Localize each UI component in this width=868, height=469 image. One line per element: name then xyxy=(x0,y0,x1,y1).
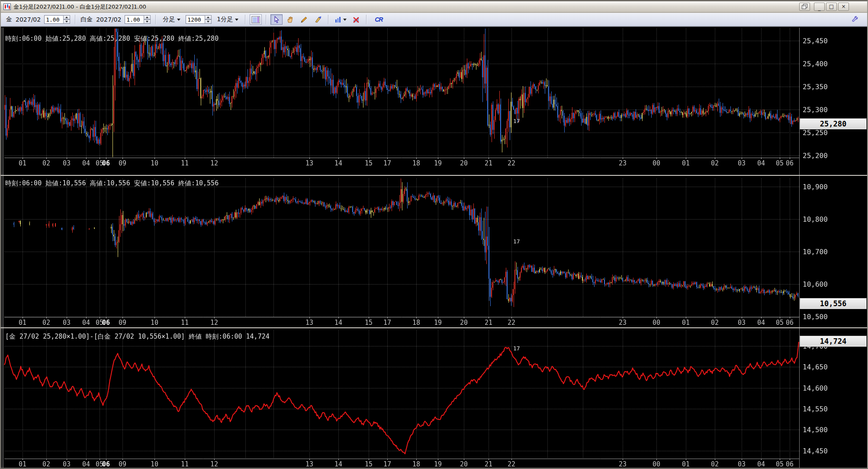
x-axis-label: 23 xyxy=(619,460,627,468)
platinum-plot-canvas[interactable] xyxy=(1,176,867,327)
y-axis-label: 10,800 xyxy=(803,215,828,223)
indicator-chart-button[interactable] xyxy=(333,14,348,25)
y-axis-label: 14,500 xyxy=(803,426,828,434)
x-axis-label: 06 xyxy=(786,460,794,468)
x-axis-label: 02 xyxy=(42,159,50,167)
toolbar-separator xyxy=(328,15,329,24)
x-axis-label: 06 xyxy=(102,159,110,167)
x-axis-label: 03 xyxy=(63,159,71,167)
cr-reset-button[interactable]: CR xyxy=(371,14,386,25)
close-button[interactable]: × xyxy=(838,3,849,11)
toolbar-separator xyxy=(245,15,246,24)
spread-plot-canvas[interactable] xyxy=(1,328,867,469)
platinum-ratio-spinner xyxy=(125,15,151,24)
interval-dropdown[interactable]: 1分足 xyxy=(215,15,240,24)
x-axis-label: 10 xyxy=(151,159,158,167)
x-axis-label: 04 xyxy=(82,159,90,167)
x-axis-label: 04 xyxy=(82,319,90,327)
minimize-button[interactable]: _ xyxy=(814,3,825,11)
gold-ratio-up-button[interactable] xyxy=(63,15,70,19)
pan-hand-tool-button[interactable] xyxy=(284,14,296,25)
x-axis-label: 09 xyxy=(119,159,126,167)
toolbar-separator xyxy=(75,15,76,24)
x-axis-label: 20 xyxy=(460,460,468,468)
bar-count-up-button[interactable] xyxy=(205,15,212,19)
settings-wrench-button[interactable] xyxy=(849,14,861,25)
chart-panel-platinum: 時刻:06:00 始値:10,556 高値:10,556 安値:10,556 終… xyxy=(1,176,867,327)
restore-panels-button[interactable] xyxy=(799,3,810,11)
bar-count-spinner xyxy=(186,15,212,24)
platinum-ratio-up-button[interactable] xyxy=(144,15,151,19)
x-axis-label: 01 xyxy=(19,319,26,327)
x-axis-label: 18 xyxy=(412,460,420,468)
x-axis-label: 22 xyxy=(508,460,515,468)
app-window: 金1分足[2027/02]1.00 - 白金1分足[2027/02]1.00 _… xyxy=(0,0,868,469)
x-axis-label: 20 xyxy=(460,159,468,167)
price-axis-settings-button[interactable] xyxy=(250,14,262,25)
gold-plot-canvas[interactable] xyxy=(1,28,867,175)
x-axis-label: 02 xyxy=(711,319,719,327)
y-axis-label: 14,550 xyxy=(803,405,828,413)
x-axis-label: 17 xyxy=(383,319,391,327)
x-axis-label: 21 xyxy=(485,460,492,468)
chart-area: 時刻:06:00 始値:25,280 高値:25,280 安値:25,280 終… xyxy=(1,26,867,468)
date-marker: 17 xyxy=(513,345,520,352)
price-axis-icon xyxy=(251,16,260,23)
down-arrow-icon xyxy=(207,21,209,23)
pencil-icon xyxy=(300,16,308,23)
draw-pen-tool-button[interactable] xyxy=(312,14,324,25)
x-axis-label: 22 xyxy=(508,319,515,327)
x-axis-label: 06 xyxy=(102,319,110,327)
x-axis-label: 21 xyxy=(485,159,492,167)
x-axis-label: 02 xyxy=(711,460,719,468)
x-axis-label: 01 xyxy=(682,319,690,327)
y-axis-label: 25,200 xyxy=(803,152,828,160)
remove-indicator-button[interactable] xyxy=(350,14,362,25)
x-axis-label: 11 xyxy=(181,319,189,327)
gold-ratio-down-button[interactable] xyxy=(63,19,70,24)
chart-panel-gold: 時刻:06:00 始値:25,280 高値:25,280 安値:25,280 終… xyxy=(1,28,867,175)
x-axis-label: 15 xyxy=(365,460,373,468)
toolbar: 金 2027/02 白金 2027/02 分足 xyxy=(1,13,867,26)
x-axis-label: 09 xyxy=(119,460,126,468)
chart-settings-area xyxy=(848,14,862,25)
platinum-ratio-down-button[interactable] xyxy=(144,19,151,24)
bar-count-down-button[interactable] xyxy=(205,19,212,24)
bar-type-dropdown[interactable]: 分足 xyxy=(161,15,182,24)
x-axis-label: 19 xyxy=(434,460,442,468)
cursor-tool-button[interactable] xyxy=(270,14,283,25)
platinum-label: 白金 xyxy=(80,16,93,23)
x-axis-label: 15 xyxy=(365,319,373,327)
bar-count-input[interactable] xyxy=(186,15,205,24)
toolbar-separator xyxy=(155,15,156,24)
panel-splitter[interactable] xyxy=(1,175,867,176)
x-axis-label: 10 xyxy=(151,460,158,468)
x-axis-label: 01 xyxy=(682,159,690,167)
x-axis-label: 06 xyxy=(786,159,794,167)
x-axis-label: 17 xyxy=(383,159,391,167)
gold-ratio-input[interactable] xyxy=(44,15,63,24)
panel-splitter[interactable] xyxy=(1,327,867,328)
cursor-icon xyxy=(273,16,280,23)
x-axis-label: 05 xyxy=(776,460,784,468)
y-axis-label: 14,650 xyxy=(803,363,828,371)
chevron-down-icon xyxy=(343,19,347,21)
gold-info-text: 時刻:06:00 始値:25,280 高値:25,280 安値:25,280 終… xyxy=(5,35,219,43)
bar-chart-icon xyxy=(335,16,342,23)
wrench-icon xyxy=(852,16,858,23)
restore-panels-icon xyxy=(801,4,808,10)
maximize-button[interactable]: □ xyxy=(826,3,837,11)
x-axis-label: 13 xyxy=(305,159,313,167)
up-arrow-icon xyxy=(207,16,209,18)
chart-panel-spread: [金 27/02 25,280×1.00]-[白金 27/02 10,556×1… xyxy=(1,328,867,469)
draw-line-tool-button[interactable] xyxy=(298,14,310,25)
platinum-ratio-input[interactable] xyxy=(125,15,144,24)
x-axis-label: 20 xyxy=(460,319,468,327)
x-axis-label: 04 xyxy=(757,159,765,167)
x-axis-label: 03 xyxy=(738,159,746,167)
x-axis-label: 01 xyxy=(682,460,690,468)
y-axis-label: 10,900 xyxy=(803,183,828,191)
down-arrow-icon xyxy=(65,21,68,23)
titlebar[interactable]: 金1分足[2027/02]1.00 - 白金1分足[2027/02]1.00 _… xyxy=(1,1,867,13)
x-axis-label: 03 xyxy=(738,460,746,468)
